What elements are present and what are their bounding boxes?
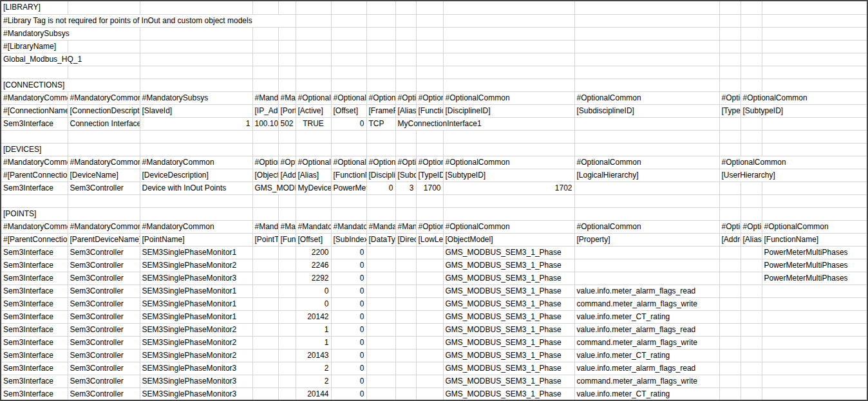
cell[interactable]: [PointName] <box>140 233 252 246</box>
cell[interactable] <box>762 207 868 220</box>
cell[interactable] <box>443 130 574 143</box>
cell[interactable] <box>416 27 443 40</box>
cell[interactable]: [ObjectModel] <box>443 233 574 246</box>
cell[interactable]: GMS_MODBUS_SEM3_1_Phase <box>443 387 574 400</box>
cell[interactable]: Sem3Interface <box>1 284 68 297</box>
cell[interactable] <box>395 130 416 143</box>
cell[interactable]: [DeviceDescription] <box>140 169 252 182</box>
cell[interactable] <box>443 40 574 53</box>
cell[interactable]: SEM3SinglePhaseMonitor3 <box>140 362 252 375</box>
cell[interactable] <box>719 207 741 220</box>
cell[interactable]: Sem3Controller <box>68 246 140 259</box>
cell[interactable]: #[ParentConnection] <box>1 169 68 182</box>
cell[interactable]: 2200 <box>296 246 331 259</box>
cell[interactable] <box>574 194 719 207</box>
cell[interactable]: #MandatoryCommon <box>68 91 140 104</box>
cell[interactable] <box>574 182 719 194</box>
cell[interactable] <box>719 53 741 66</box>
cell[interactable] <box>574 117 719 130</box>
cell[interactable]: #OptionalCommon <box>366 156 395 169</box>
cell[interactable] <box>395 143 416 156</box>
cell[interactable] <box>140 53 252 66</box>
cell[interactable] <box>278 310 296 323</box>
cell[interactable] <box>395 53 416 66</box>
cell[interactable] <box>366 66 395 79</box>
cell[interactable]: 1702 <box>443 182 574 194</box>
cell[interactable]: #OptionalCommon <box>719 220 741 233</box>
cell[interactable]: 1 <box>296 336 331 349</box>
cell[interactable]: SEM3SinglePhaseMonitor1 <box>140 297 252 310</box>
cell[interactable] <box>331 143 366 156</box>
cell[interactable]: #MandatorySubsys <box>140 91 252 104</box>
cell[interactable]: Sem3Interface <box>1 272 68 284</box>
cell[interactable]: Sem3Controller <box>68 323 140 336</box>
cell[interactable]: MyConnectionInterface1 <box>395 117 574 130</box>
cell[interactable]: #MandatoryCommon <box>140 220 252 233</box>
cell[interactable]: #MandatoryCommon <box>331 220 366 233</box>
cell[interactable] <box>366 284 395 297</box>
cell[interactable] <box>366 40 395 53</box>
cell[interactable] <box>395 1 416 14</box>
cell[interactable] <box>416 323 443 336</box>
cell[interactable] <box>140 130 252 143</box>
cell[interactable]: [CONNECTIONS] <box>1 79 140 91</box>
cell[interactable] <box>68 66 140 79</box>
cell[interactable]: [FunctionName] <box>416 104 443 117</box>
cell[interactable]: [SubdisciplineID] <box>574 104 719 117</box>
cell[interactable] <box>331 130 366 143</box>
cell[interactable]: #MandatoryCommon <box>252 91 278 104</box>
cell[interactable]: 1 <box>140 117 252 130</box>
cell[interactable] <box>366 27 395 40</box>
cell[interactable]: 0 <box>331 336 366 349</box>
cell[interactable] <box>252 143 278 156</box>
cell[interactable]: #OptionalCommon <box>395 91 416 104</box>
cell[interactable]: [Offset] <box>331 104 366 117</box>
cell[interactable] <box>741 272 762 284</box>
cell[interactable] <box>741 1 762 14</box>
cell[interactable] <box>140 27 252 40</box>
cell[interactable]: 0 <box>296 284 331 297</box>
cell[interactable] <box>762 143 868 156</box>
cell[interactable]: [FunctionName] <box>331 169 366 182</box>
cell[interactable]: #MandatoryCommon <box>395 220 416 233</box>
cell[interactable] <box>416 284 443 297</box>
cell[interactable] <box>719 14 741 27</box>
cell[interactable]: PowerMeterMultiPhases <box>331 182 366 194</box>
cell[interactable] <box>252 194 278 207</box>
cell[interactable]: #OptionalCommon <box>252 156 278 169</box>
cell[interactable]: #OptionalCommon <box>719 91 741 104</box>
cell[interactable] <box>252 272 278 284</box>
cell[interactable] <box>762 297 868 310</box>
cell[interactable]: Sem3Controller <box>68 362 140 375</box>
cell[interactable] <box>395 66 416 79</box>
cell[interactable]: #OptionalCommon <box>741 220 762 233</box>
cell[interactable] <box>395 323 416 336</box>
cell[interactable]: Sem3Interface <box>1 117 68 130</box>
cell[interactable]: MyDevice1 <box>296 182 331 194</box>
cell[interactable]: [Active] <box>296 104 331 117</box>
cell[interactable] <box>395 40 416 53</box>
cell[interactable]: command.meter_alarm_flags_write <box>574 297 719 310</box>
cell[interactable]: Sem3Interface <box>1 362 68 375</box>
cell[interactable] <box>278 194 296 207</box>
cell[interactable]: [DataType] <box>366 233 395 246</box>
cell[interactable] <box>252 297 278 310</box>
cell[interactable] <box>762 375 868 387</box>
cell[interactable] <box>719 259 741 272</box>
cell[interactable]: 0 <box>331 117 366 130</box>
cell[interactable]: 0 <box>331 349 366 362</box>
cell[interactable] <box>719 79 741 91</box>
cell[interactable] <box>574 40 719 53</box>
cell[interactable]: [DisciplineID] <box>366 169 395 182</box>
cell[interactable] <box>278 349 296 362</box>
cell[interactable]: [SubtypeID] <box>443 169 574 182</box>
cell[interactable]: SEM3SinglePhaseMonitor3 <box>140 375 252 387</box>
cell[interactable] <box>252 336 278 349</box>
cell[interactable] <box>252 362 278 375</box>
cell[interactable] <box>762 40 868 53</box>
cell[interactable]: SEM3SinglePhaseMonitor2 <box>140 349 252 362</box>
cell[interactable] <box>140 1 252 14</box>
cell[interactable]: 0 <box>331 284 366 297</box>
cell[interactable] <box>762 14 868 27</box>
cell[interactable] <box>416 1 443 14</box>
